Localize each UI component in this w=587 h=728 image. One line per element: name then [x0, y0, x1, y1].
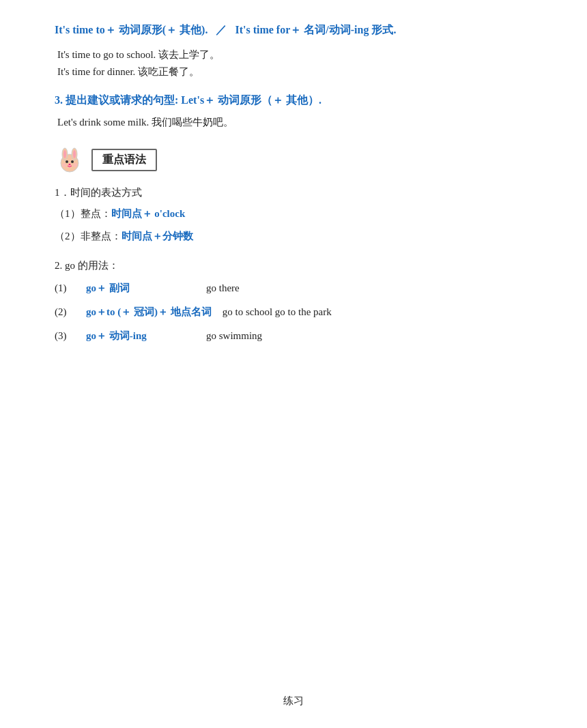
section2-example-1: Let's drink some milk. 我们喝些牛奶吧。 — [55, 116, 532, 129]
keyword-box-wrapper: 重点语法 — [55, 145, 532, 175]
grammar-item-2-formula: 时间点＋分钟数 — [121, 231, 193, 242]
section2-example-1-chinese: 我们喝些牛奶吧。 — [149, 117, 233, 128]
example-1-english: It's time to go to school. — [57, 49, 156, 60]
rabbit-icon — [55, 145, 85, 175]
example-2: It's time for dinner. 该吃正餐了。 — [55, 65, 532, 78]
go-item-2-formula: go＋to (＋ 冠词)＋ 地点名词 — [86, 303, 212, 321]
example-1-chinese: 该去上学了。 — [156, 49, 220, 60]
section2: 3. 提出建议或请求的句型: Let's＋ 动词原形（＋ 其他）. Let's … — [55, 93, 532, 129]
section2-example-1-english: Let's drink some milk. — [57, 117, 149, 128]
grammar-item-2-prefix: （2）非整点： — [55, 231, 121, 242]
svg-point-7 — [69, 164, 71, 165]
formula-part1: It's time to＋ 动词原形(＋ 其他). — [55, 24, 207, 35]
formula-part2: It's time for＋ 名词/动词-ing 形式. — [235, 24, 396, 35]
example-2-chinese: 该吃正餐了。 — [135, 66, 199, 77]
go-item-1-examples: go there — [206, 279, 240, 297]
go-item-1-label: (1) — [55, 279, 75, 297]
go-section: 2. go 的用法： (1) go＋ 副词 go there (2) go＋to… — [55, 259, 532, 345]
formula-separator: ／ — [216, 24, 227, 35]
go-item-3: (3) go＋ 动词-ing go swimming — [55, 327, 532, 345]
grammar-section: 1．时间的表达方式 （1）整点：时间点＋ o'clock （2）非整点：时间点＋… — [55, 186, 532, 246]
svg-point-3 — [63, 150, 66, 158]
go-item-2-label: (2) — [55, 303, 75, 321]
example-1: It's time to go to school. 该去上学了。 — [55, 48, 532, 61]
go-item-3-label: (3) — [55, 327, 75, 345]
grammar-title: 1．时间的表达方式 — [55, 186, 532, 199]
grammar-item-1: （1）整点：时间点＋ o'clock — [55, 205, 532, 223]
go-item-3-formula: go＋ 动词-ing — [86, 327, 195, 345]
svg-point-9 — [73, 163, 77, 167]
section1: It's time to＋ 动词原形(＋ 其他). ／ It's time fo… — [55, 20, 532, 78]
svg-point-4 — [73, 150, 76, 158]
go-item-1: (1) go＋ 副词 go there — [55, 279, 532, 297]
grammar-item-1-prefix: （1）整点： — [55, 208, 111, 219]
formula-line: It's time to＋ 动词原形(＋ 其他). ／ It's time fo… — [55, 20, 532, 40]
svg-point-5 — [66, 160, 68, 163]
svg-point-8 — [62, 163, 66, 167]
grammar-item-1-formula: 时间点＋ o'clock — [111, 208, 186, 219]
example-2-english: It's time for dinner. — [57, 66, 135, 77]
keyword-box: 重点语法 — [91, 149, 157, 171]
svg-point-6 — [71, 160, 74, 163]
go-item-2: (2) go＋to (＋ 冠词)＋ 地点名词 go to school go t… — [55, 303, 532, 321]
go-title: 2. go 的用法： — [55, 259, 532, 272]
section2-header: 3. 提出建议或请求的句型: Let's＋ 动词原形（＋ 其他）. — [55, 93, 532, 108]
go-item-3-examples: go swimming — [206, 327, 262, 345]
go-item-2-examples: go to school go to the park — [223, 303, 332, 321]
go-item-1-formula: go＋ 副词 — [86, 279, 195, 297]
footer: 练习 — [0, 695, 587, 708]
grammar-item-2: （2）非整点：时间点＋分钟数 — [55, 227, 532, 246]
